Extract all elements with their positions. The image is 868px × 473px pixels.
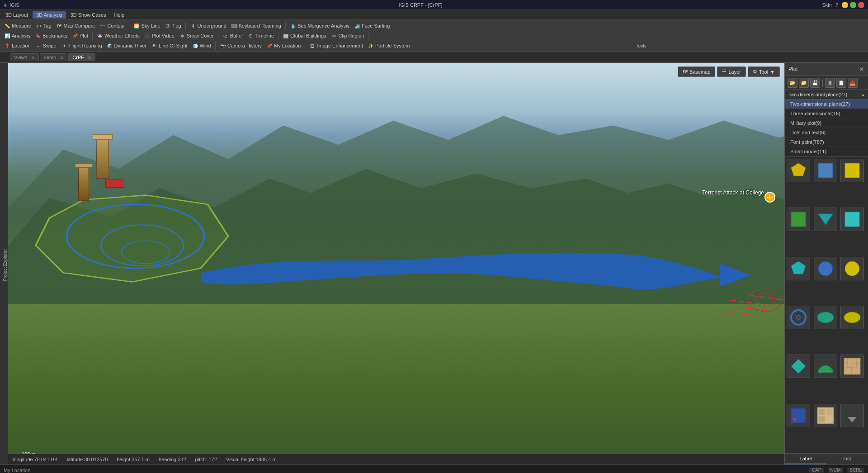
toolbar-underground[interactable]: ⬇Underground (188, 22, 229, 30)
plot-option-model[interactable]: Small model(11) (785, 147, 868, 156)
minimize-button[interactable] (842, 2, 848, 8)
toolbar-sky-line[interactable]: 🌅Sky Line (131, 22, 162, 30)
plot-save-as-btn[interactable]: 📁 (799, 78, 809, 88)
tab-demo-close[interactable]: ✕ (60, 55, 63, 60)
menu-help[interactable]: Help (111, 11, 128, 19)
symbol-blue-circle[interactable] (814, 257, 837, 280)
symbol-yellow-circle[interactable] (840, 257, 864, 280)
tool-button[interactable]: ⚙ Tool ▼ (748, 66, 780, 77)
symbol-blue-special[interactable]: ·· (787, 404, 810, 427)
map-viewport[interactable]: Terrorist Attack at College 100 m 🗺 Base… (8, 63, 868, 464)
toolbar-buffer[interactable]: ◎Buffer (220, 32, 245, 40)
toolbar-wind[interactable]: 💨Wind (190, 42, 213, 50)
symbol-yellow-pentagon[interactable] (787, 159, 810, 182)
plot-option-3d[interactable]: Three-dimensional(16) (785, 109, 868, 118)
symbol-green-square[interactable] (787, 208, 810, 231)
plot-save-btn[interactable]: 💾 (810, 78, 820, 88)
toolbar-map-compare[interactable]: 🗺Map Compare (54, 22, 98, 30)
plot-option-2d[interactable]: Two-dimensional plane(27) (785, 99, 868, 109)
toolbar-timeline[interactable]: ⏱Timeline (245, 32, 276, 40)
symbol-yellow-ellipse[interactable] (840, 306, 864, 329)
symbol-tan-texture[interactable] (814, 404, 837, 427)
tab-view1[interactable]: View1 ✕ (10, 53, 39, 61)
toolbar-analysis[interactable]: 📊Analysis (2, 32, 33, 40)
tab-crpf[interactable]: CrPF ✕ (68, 53, 95, 61)
main-area: Project Explorer (0, 63, 868, 464)
symbol-blue-rect[interactable] (814, 159, 837, 182)
plot-option-dots[interactable]: Dots and text(6) (785, 128, 868, 137)
map-compare-icon: 🗺 (56, 23, 62, 29)
toolbar-camera-history[interactable]: 📷Camera History (217, 42, 264, 50)
toolbar-snow[interactable]: ❄Snow Cover (177, 32, 216, 40)
camera-icon: 📷 (220, 43, 226, 49)
symbol-teal-triangle[interactable] (814, 208, 837, 231)
plot-tab-list[interactable]: List (826, 454, 868, 464)
toolbar-dynamic-river[interactable]: 🌊Dynamic River (104, 42, 149, 50)
plot-panel-header: Plot ✕ (785, 63, 868, 76)
plot-dropdown[interactable]: Two-dimensional plane(27) ▲ (785, 90, 868, 99)
plot-option-military[interactable]: Military plot(9) (785, 118, 868, 128)
symbol-teal-diamond[interactable] (787, 355, 810, 378)
toolbar-my-location[interactable]: 📌My Location (264, 42, 303, 50)
symbol-green-dome[interactable] (814, 355, 837, 378)
menu-3d-layout[interactable]: 3D Layout (2, 11, 32, 19)
project-explorer[interactable]: Project Explorer (0, 63, 8, 464)
menu-3d-analysis[interactable]: 3D Analysis (33, 11, 66, 19)
toolbar-weather[interactable]: 🌦Weather Effects (94, 32, 142, 40)
maximize-button[interactable] (850, 2, 856, 8)
bottom-bar: My Location CAP NUM SCRL (0, 464, 868, 473)
fog-icon: 🌫 (165, 23, 171, 29)
symbol-cyan-pentagon[interactable] (787, 257, 810, 280)
tab-demo[interactable]: demo ✕ (40, 53, 68, 61)
toolbar-flight-roaming[interactable]: ✈Flight Roaming (59, 42, 104, 50)
toolbar-tag[interactable]: 🏷Tag (33, 22, 54, 30)
terrain-background (8, 63, 868, 464)
toolbar-fog[interactable]: 🌫Fog (163, 22, 184, 30)
toolbar-clip-region[interactable]: ✂Clip Region (329, 32, 367, 40)
plot-open-btn[interactable]: 📂 (788, 78, 797, 88)
svg-marker-21 (791, 261, 806, 274)
basemap-button[interactable]: 🗺 Basemap (678, 66, 715, 77)
toolbar-face-surfing[interactable]: 🏄Face Surfing (352, 22, 392, 30)
bookmarks-icon: 🔖 (35, 33, 41, 39)
close-button[interactable] (858, 2, 864, 8)
tab-view1-close[interactable]: ✕ (31, 55, 35, 60)
symbol-ring[interactable] (787, 306, 810, 329)
help-link[interactable]: ? (835, 2, 838, 8)
symbol-map-texture[interactable] (840, 355, 864, 378)
toolbar-particle-system[interactable]: ✨Particle System (365, 42, 412, 50)
toolbar-image-enhancement[interactable]: 🖼Image Enhancement (307, 42, 365, 50)
toolbar-measure[interactable]: 📏Measure (2, 22, 33, 30)
tag-icon: 🏷 (36, 23, 42, 29)
toolbar-plot-video[interactable]: 🎥Plot Video (142, 32, 177, 40)
plot-panel-close[interactable]: ✕ (859, 66, 864, 73)
tab-crpf-close[interactable]: ✕ (88, 55, 91, 60)
toolbar-contour[interactable]: 〰Contour (97, 22, 127, 30)
symbol-yellow-rect[interactable] (840, 159, 864, 182)
svg-rect-30 (844, 358, 860, 374)
toolbar-bookmarks[interactable]: 🔖Bookmarks (33, 32, 70, 40)
toolbar-keyboard-roaming[interactable]: ⌨Keyboard Roaming (229, 22, 283, 30)
svg-marker-19 (818, 214, 833, 225)
my-location-icon: 📌 (266, 43, 273, 49)
plot-tab-label[interactable]: Label (785, 454, 826, 464)
plot-share-btn[interactable]: 📤 (848, 78, 858, 88)
plot-panel: Plot ✕ 📂 📁 💾 🗑 📋 📤 Two-dimensional plane… (784, 63, 868, 464)
plot-option-font[interactable]: Font point(787) (785, 137, 868, 147)
toolbar-global-buildings[interactable]: 🏢Global Buildings (280, 32, 329, 40)
symbol-teal-rect[interactable] (840, 208, 864, 231)
toolbar-plot[interactable]: 📌Plot (70, 32, 90, 40)
menu-3d-show-cases[interactable]: 3D Show Cases (67, 11, 110, 19)
toolbar-swipe[interactable]: ↔Swipe (33, 42, 59, 50)
toolbar-sub-mergence[interactable]: 💧Sub Mergence Analysis (288, 22, 352, 30)
tower-top-1 (93, 134, 113, 140)
plot-copy-btn[interactable]: 📋 (836, 78, 846, 88)
layer-button[interactable]: ☰ Layer (717, 66, 746, 77)
symbol-teal-ellipse[interactable] (814, 306, 837, 329)
toolbar-location[interactable]: 📍Location (2, 42, 33, 50)
toolbar-line-of-sight[interactable]: 👁Line Of Sight (149, 42, 190, 50)
symbol-nav-down[interactable] (840, 404, 864, 427)
wind-icon: 💨 (192, 43, 198, 49)
plot-delete-btn[interactable]: 🗑 (825, 78, 835, 88)
pin-body (764, 192, 775, 203)
